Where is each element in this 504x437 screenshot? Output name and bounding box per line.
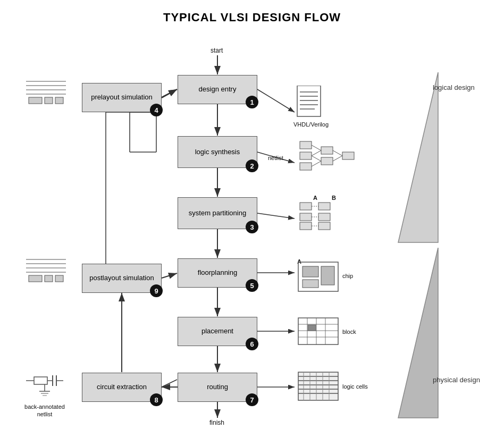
svg-rect-85 bbox=[45, 97, 53, 104]
svg-line-42 bbox=[312, 156, 321, 161]
svg-rect-93 bbox=[55, 275, 63, 282]
svg-rect-51 bbox=[318, 222, 330, 230]
svg-marker-78 bbox=[398, 72, 438, 242]
svg-rect-92 bbox=[45, 275, 53, 282]
svg-rect-48 bbox=[300, 222, 312, 230]
svg-line-16 bbox=[162, 273, 177, 278]
badge-3: 3 bbox=[246, 221, 258, 233]
block-label: block bbox=[342, 329, 356, 335]
prelayout-simulation-label: prelayout simulation bbox=[91, 93, 153, 102]
postlayout-simulation-label: postlayout simulation bbox=[89, 274, 154, 283]
finish-label: finish bbox=[209, 419, 224, 426]
physical-design-triangle bbox=[396, 248, 443, 423]
svg-rect-84 bbox=[29, 97, 42, 104]
back-annotated-icon bbox=[23, 367, 71, 399]
svg-rect-50 bbox=[318, 213, 330, 221]
badge-7: 7 bbox=[246, 393, 258, 406]
svg-rect-35 bbox=[300, 152, 312, 159]
svg-marker-79 bbox=[398, 248, 438, 418]
svg-rect-95 bbox=[34, 377, 47, 384]
physical-design-label: physical design bbox=[433, 375, 480, 385]
svg-line-40 bbox=[312, 145, 321, 150]
back-annotated-label: back-annotated netlist bbox=[21, 403, 69, 418]
netlist-label: netlist bbox=[268, 155, 283, 161]
svg-line-12 bbox=[162, 89, 177, 97]
svg-rect-28 bbox=[297, 86, 321, 116]
badge-1: 1 bbox=[246, 96, 258, 108]
badge-9: 9 bbox=[150, 284, 163, 297]
chip-label: chip bbox=[342, 273, 353, 279]
block-icon bbox=[297, 317, 340, 346]
svg-rect-46 bbox=[300, 203, 312, 210]
svg-line-43 bbox=[312, 161, 321, 166]
system-partitioning-label: system partitioning bbox=[189, 209, 246, 218]
logical-design-triangle bbox=[396, 72, 443, 248]
placement-label: placement bbox=[201, 327, 233, 336]
floorplanning-label: floorplanning bbox=[198, 268, 237, 278]
badge-2: 2 bbox=[246, 159, 258, 172]
logic-synthesis-label: logic synthesis bbox=[195, 148, 240, 157]
svg-rect-66 bbox=[308, 325, 316, 331]
svg-line-9 bbox=[162, 89, 177, 98]
logic-cells-icon bbox=[297, 371, 340, 402]
svg-line-44 bbox=[333, 150, 342, 156]
svg-rect-39 bbox=[342, 152, 354, 159]
badge-5: 5 bbox=[246, 279, 258, 292]
postlayout-icon bbox=[23, 253, 71, 288]
back-annotated-text: back-annotated netlist bbox=[24, 404, 65, 417]
start-label: start bbox=[211, 47, 223, 54]
page-title: TYPICAL VLSI DESIGN FLOW bbox=[163, 11, 341, 24]
chip-icon bbox=[297, 261, 340, 293]
vhdl-label: VHDL/Verilog bbox=[293, 121, 329, 128]
prelayout-icon bbox=[23, 75, 71, 110]
svg-rect-36 bbox=[300, 163, 312, 170]
svg-line-45 bbox=[333, 156, 342, 161]
svg-rect-86 bbox=[55, 97, 63, 104]
netlist-icon bbox=[297, 139, 356, 179]
circuit-extraction-label: circuit extraction bbox=[97, 383, 147, 392]
badge-6: 6 bbox=[246, 338, 258, 350]
logic-synthesis-box: logic synthesis bbox=[178, 136, 257, 168]
svg-rect-38 bbox=[321, 157, 333, 165]
svg-line-24 bbox=[257, 213, 295, 218]
partitioned-blocks-icon bbox=[297, 200, 350, 232]
svg-rect-47 bbox=[300, 213, 312, 221]
logical-design-label: logical design bbox=[433, 83, 475, 93]
svg-rect-91 bbox=[29, 275, 42, 282]
svg-line-17 bbox=[162, 380, 177, 387]
svg-rect-56 bbox=[303, 266, 318, 277]
svg-rect-59 bbox=[298, 318, 338, 344]
logic-cells-label: logic cells bbox=[342, 383, 368, 390]
design-entry-label: design entry bbox=[199, 85, 237, 94]
routing-label: routing bbox=[207, 383, 228, 392]
svg-line-22 bbox=[257, 89, 295, 112]
diagram: start finish design entry 1 logic synthe… bbox=[13, 35, 491, 434]
badge-8: 8 bbox=[150, 393, 163, 406]
svg-line-41 bbox=[312, 150, 321, 156]
svg-rect-49 bbox=[318, 203, 330, 210]
svg-rect-34 bbox=[300, 141, 312, 149]
badge-4: 4 bbox=[150, 104, 163, 116]
svg-rect-58 bbox=[303, 280, 318, 288]
vhdl-icon bbox=[295, 86, 324, 120]
svg-rect-37 bbox=[321, 147, 333, 154]
svg-rect-57 bbox=[321, 266, 334, 285]
system-partitioning-box: system partitioning bbox=[178, 197, 257, 229]
